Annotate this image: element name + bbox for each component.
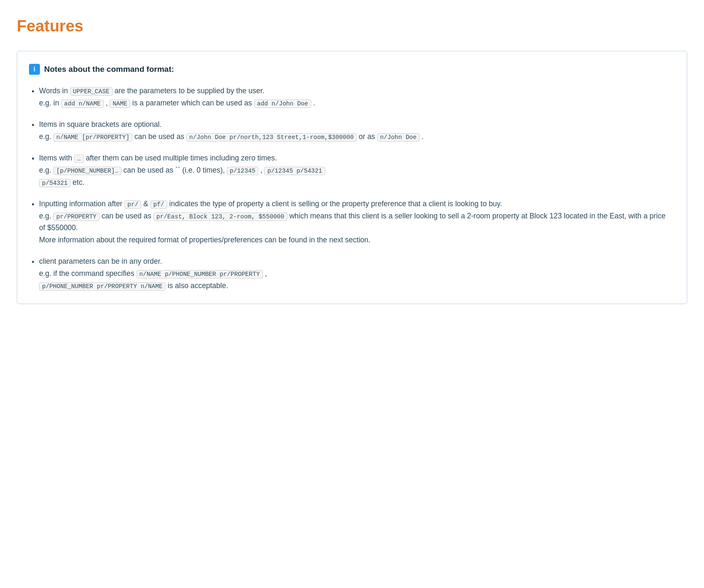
item-text: Inputting information after pr/ & pf/ in… xyxy=(39,200,502,208)
code-badge: p/12345 p/54321 xyxy=(264,167,325,175)
item-text: client parameters can be in any order. xyxy=(39,257,162,265)
code-badge: UPPER_CASE xyxy=(70,87,113,96)
code-badge: n/John Doe pr/north,123 Street,1-room,$3… xyxy=(187,133,357,142)
item-subline-2: More information about the required form… xyxy=(39,236,370,244)
code-badge: [p/PHONE_NUMBER]… xyxy=(53,167,121,175)
info-header: i Notes about the command format: xyxy=(29,63,672,76)
code-badge: pr/East, Block 123, 2-room, $550000 xyxy=(153,213,287,221)
item-subline: e.g. in add n/NAME , NAME is a parameter… xyxy=(39,99,315,107)
code-badge: n/NAME p/PHONE_NUMBER pr/PROPERTY xyxy=(137,270,263,278)
code-badge: p/12345 xyxy=(227,167,258,175)
list-item: Words in UPPER_CASE are the parameters t… xyxy=(39,85,672,109)
code-badge: add n/John Doe xyxy=(254,100,311,108)
info-icon: i xyxy=(29,64,40,75)
list-item: client parameters can be in any order. e… xyxy=(39,255,672,292)
page-title: Features xyxy=(17,13,687,39)
item-text: Words in UPPER_CASE are the parameters t… xyxy=(39,87,265,95)
info-box: i Notes about the command format: Words … xyxy=(17,51,687,304)
code-badge: … xyxy=(74,155,84,163)
item-text: Items in square brackets are optional. xyxy=(39,120,162,129)
list-item: Items in square brackets are optional. e… xyxy=(39,118,672,143)
item-subline-2: p/54321 etc. xyxy=(39,178,84,186)
code-badge: add n/NAME xyxy=(61,100,104,108)
item-subline-2: p/PHONE_NUMBER pr/PROPERTY n/NAME is als… xyxy=(39,281,228,290)
item-subline: e.g. if the command specifies n/NAME p/P… xyxy=(39,269,267,278)
list-item: Inputting information after pr/ & pf/ in… xyxy=(39,198,672,247)
item-subline: e.g. [p/PHONE_NUMBER]… can be used as ``… xyxy=(39,166,325,174)
code-badge: NAME xyxy=(110,100,130,108)
item-text: Items with … after them can be used mult… xyxy=(39,154,277,162)
bullet-list: Words in UPPER_CASE are the parameters t… xyxy=(29,85,672,292)
code-badge: p/PHONE_NUMBER pr/PROPERTY n/NAME xyxy=(39,282,165,291)
code-badge: pr/PROPERTY xyxy=(53,213,100,221)
code-badge: n/John Doe xyxy=(377,133,420,142)
code-badge: n/NAME [pr/PROPERTY] xyxy=(53,133,132,142)
code-badge: pf/ xyxy=(150,200,167,209)
item-subline: e.g. n/NAME [pr/PROPERTY] can be used as… xyxy=(39,132,423,141)
info-header-text: Notes about the command format: xyxy=(44,63,174,76)
code-badge: pr/ xyxy=(124,200,141,209)
list-item: Items with … after them can be used mult… xyxy=(39,152,672,189)
code-badge: p/54321 xyxy=(39,179,71,187)
item-subline: e.g. pr/PROPERTY can be used as pr/East,… xyxy=(39,212,666,232)
